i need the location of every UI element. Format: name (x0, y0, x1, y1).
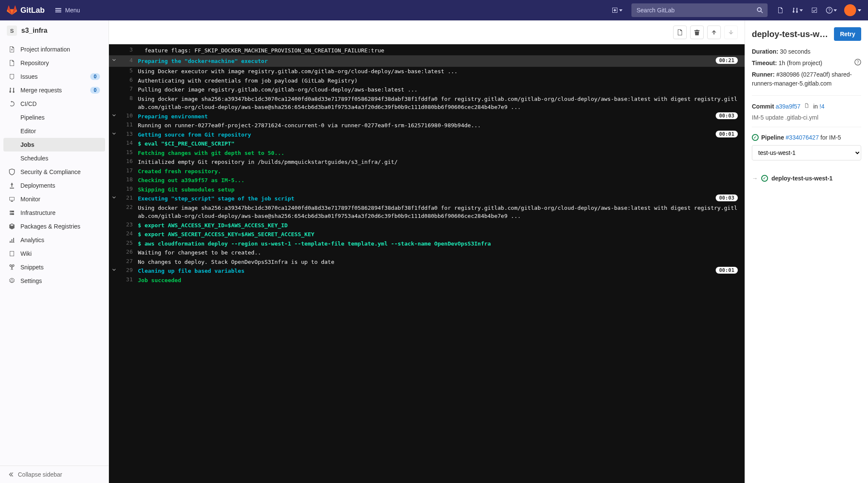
brand-label: GitLab (20, 6, 45, 15)
search-input[interactable] (631, 3, 768, 17)
new-button[interactable] (608, 3, 626, 17)
help-menu[interactable]: ? (822, 3, 841, 17)
chevron-down-icon (799, 9, 803, 11)
todos-shortcut[interactable] (807, 3, 822, 17)
user-avatar-icon (844, 4, 856, 16)
todo-icon (811, 7, 818, 14)
hamburger-icon (55, 7, 62, 14)
gitlab-icon (7, 5, 17, 15)
chevron-down-icon (834, 9, 837, 11)
document-icon (777, 7, 784, 14)
plus-box-icon (611, 7, 618, 14)
user-menu[interactable] (841, 4, 861, 16)
merge-request-icon (792, 7, 799, 14)
gitlab-logo[interactable]: GitLab (7, 5, 45, 15)
search-icon (757, 7, 763, 15)
chevron-down-icon (619, 9, 622, 11)
merge-requests-shortcut[interactable] (788, 3, 807, 17)
svg-text:?: ? (828, 8, 831, 13)
search-box (631, 3, 768, 17)
chevron-down-icon (858, 9, 861, 11)
top-navbar: GitLab Menu ? (0, 0, 868, 20)
issues-shortcut[interactable] (773, 3, 788, 17)
menu-label: Menu (65, 7, 80, 14)
help-icon: ? (826, 7, 833, 14)
menu-button[interactable]: Menu (55, 7, 80, 14)
